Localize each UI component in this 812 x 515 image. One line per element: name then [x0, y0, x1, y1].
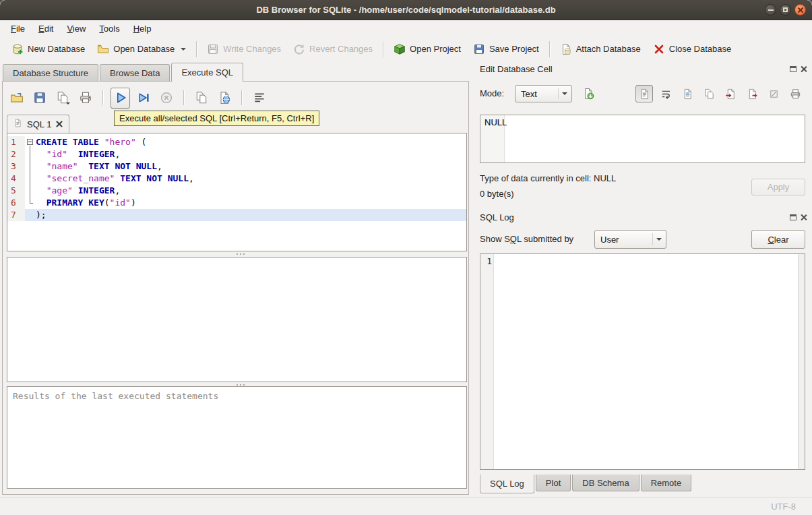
- code-text: PRIMARY KEY("id"): [36, 197, 466, 209]
- dropdown-caret-icon[interactable]: [66, 102, 70, 107]
- menu-help[interactable]: Help: [127, 22, 158, 36]
- sql-log-view[interactable]: 1: [480, 253, 805, 470]
- open-in-editor-button[interactable]: [679, 85, 696, 102]
- fold-collapse-icon[interactable]: [27, 139, 33, 145]
- app-window: DB Browser for SQLite - /home/user/code/…: [0, 0, 812, 515]
- toolbar-button-label: Revert Changes: [309, 44, 373, 54]
- dock-controls: [790, 214, 807, 220]
- open-project-icon: [394, 43, 406, 55]
- close-button[interactable]: [794, 4, 806, 16]
- log-scrollbar[interactable]: [798, 254, 805, 469]
- close-tab-icon[interactable]: [56, 121, 63, 127]
- submitter-combobox[interactable]: User: [594, 230, 666, 249]
- float-dock-icon[interactable]: [790, 66, 797, 72]
- browse-results-button[interactable]: [214, 88, 234, 109]
- globe-file-icon: [218, 91, 231, 104]
- close-database-button[interactable]: Close Database: [647, 40, 738, 59]
- splitter-dots-icon: [237, 384, 238, 386]
- sql-document-tab[interactable]: SQL 1: [7, 115, 69, 133]
- execution-results-panel: Results of the last executed statements: [7, 386, 467, 489]
- minimize-button[interactable]: [765, 4, 776, 16]
- sql-toolbar: [7, 86, 269, 110]
- play-icon: [114, 91, 127, 104]
- tab-execute-sql[interactable]: Execute SQL: [171, 63, 243, 82]
- main-area: Database StructureBrowse DataExecute SQL…: [0, 61, 812, 497]
- menu-file[interactable]: File: [4, 22, 32, 36]
- editor-line: 5 "age" INTEGER,: [7, 185, 466, 197]
- editor-line-content: "name" TEXT NOT NULL,: [25, 160, 466, 173]
- splitter-dots-icon: [237, 253, 238, 255]
- execute-all-button[interactable]: [111, 88, 130, 109]
- set-null-icon: [768, 88, 780, 100]
- splitter-handle[interactable]: [7, 251, 467, 257]
- fold-margin: [25, 173, 36, 185]
- new-database-button[interactable]: New Database: [5, 40, 91, 59]
- line-number: 6: [7, 197, 25, 209]
- dock-tab-plot[interactable]: Plot: [536, 475, 571, 491]
- code-text: );: [36, 209, 466, 221]
- editor-line: 4 "secret_name" TEXT NOT NULL,: [7, 173, 466, 185]
- open-database-button[interactable]: Open Database: [91, 40, 192, 59]
- fold-margin: [25, 185, 36, 197]
- sql-editor[interactable]: 1CREATE TABLE "hero" (2 "id" INTEGER,3 "…: [7, 133, 467, 251]
- mode-combobox[interactable]: Text: [515, 85, 572, 102]
- printer-icon: [790, 88, 801, 100]
- dock-tab-db-schema[interactable]: DB Schema: [572, 475, 639, 491]
- import-from-file-button[interactable]: [722, 85, 739, 102]
- editor-line-content: );: [25, 209, 466, 221]
- text-view-button[interactable]: [635, 85, 653, 102]
- titlebar[interactable]: DB Browser for SQLite - /home/user/code/…: [0, 0, 812, 20]
- toolbar-button-label: Save Project: [489, 44, 539, 54]
- open-sql-file-button[interactable]: [7, 88, 26, 109]
- tab-browse-data[interactable]: Browse Data: [100, 64, 170, 81]
- save-sql-file-button[interactable]: [30, 88, 49, 109]
- edit-cell-toolbar: Mode: Text: [472, 84, 812, 103]
- tab-database-structure[interactable]: Database Structure: [3, 64, 98, 81]
- auto-format-sql-button[interactable]: [249, 88, 269, 109]
- text-doc-icon: [639, 88, 650, 100]
- close-database-icon: [653, 43, 665, 55]
- menu-view[interactable]: View: [60, 22, 92, 36]
- open-project-button[interactable]: Open Project: [387, 40, 467, 59]
- save-project-button[interactable]: Save Project: [467, 40, 545, 59]
- float-dock-icon[interactable]: [790, 214, 797, 220]
- results-grid[interactable]: [7, 257, 467, 382]
- toolbar-separator: [549, 41, 550, 57]
- save-sql-file-as-button[interactable]: [53, 88, 72, 109]
- attach-database-button[interactable]: Attach Database: [554, 40, 647, 59]
- open-file-icon: [10, 91, 24, 104]
- dock-tab-sql-log[interactable]: SQL Log: [480, 475, 534, 493]
- auto-adjust-mode-button[interactable]: [578, 84, 598, 103]
- window-title: DB Browser for SQLite - /home/user/code/…: [256, 5, 555, 15]
- cell-value-editor[interactable]: NULL: [480, 115, 805, 163]
- cell-value: NULL: [485, 117, 507, 127]
- close-dock-icon[interactable]: [801, 214, 807, 220]
- execute-current-line-button[interactable]: [133, 88, 153, 109]
- copy-file-icon: [704, 88, 715, 100]
- dropdown-caret-icon[interactable]: [181, 48, 186, 53]
- sql-file-icon: [13, 119, 22, 129]
- printer-icon: [79, 91, 92, 104]
- fold-margin: [25, 148, 36, 160]
- close-dock-icon[interactable]: [801, 66, 807, 72]
- print-cell-button[interactable]: [786, 85, 804, 102]
- fold-margin[interactable]: [25, 136, 36, 148]
- clear-button[interactable]: Clear: [751, 230, 805, 249]
- toolbar-separator: [102, 90, 103, 105]
- menu-edit[interactable]: Edit: [32, 22, 60, 36]
- export-to-file-button[interactable]: [743, 85, 761, 102]
- dock-controls: [790, 66, 807, 72]
- word-wrap-button[interactable]: [657, 85, 675, 102]
- fold-margin: [25, 209, 36, 221]
- set-null-button[interactable]: [765, 85, 782, 102]
- print-button[interactable]: [75, 88, 95, 109]
- maximize-button[interactable]: [780, 4, 791, 16]
- toolbar-separator: [183, 90, 184, 105]
- cell-action-icons: [635, 85, 804, 102]
- copy-cell-button[interactable]: [700, 85, 718, 102]
- export-results-button[interactable]: [191, 88, 211, 109]
- menu-tools[interactable]: Tools: [92, 22, 126, 36]
- editor-line: 7);: [7, 209, 466, 221]
- open-database-icon: [97, 43, 109, 55]
- dock-tab-remote[interactable]: Remote: [641, 475, 692, 491]
